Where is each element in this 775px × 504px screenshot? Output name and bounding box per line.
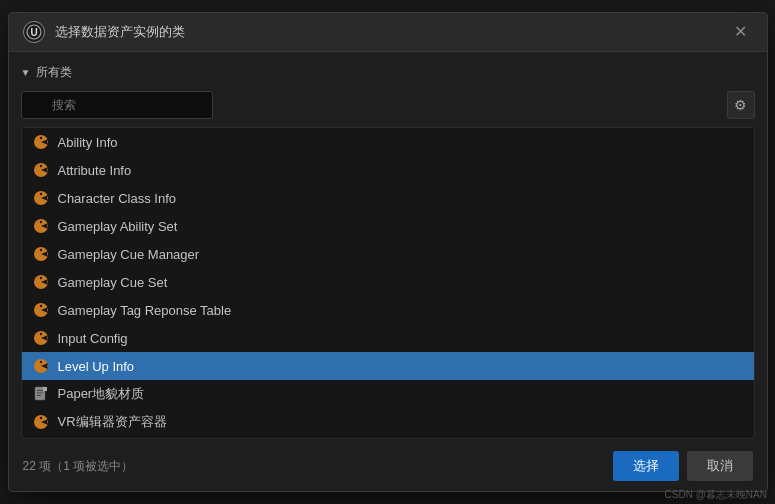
dialog-body: ▼ 所有类 🔍 ⚙ Ability Info Attribute Info [9,52,767,491]
data-asset-icon [32,217,50,235]
svg-rect-24 [43,387,47,391]
list-item[interactable]: Level Up Info [22,352,754,380]
select-button[interactable]: 选择 [613,451,679,481]
section-header: ▼ 所有类 [21,62,755,83]
data-asset-icon [32,301,50,319]
list-item-label: Attribute Info [58,163,132,178]
ue-logo-icon: U [23,21,45,43]
chevron-down-icon: ▼ [21,67,31,78]
list-item[interactable]: Gameplay Tag Reponse Table [22,296,754,324]
list-item[interactable]: Gameplay Cue Set [22,268,754,296]
data-asset-icon [32,329,50,347]
search-row: 🔍 ⚙ [21,91,755,119]
list-item[interactable]: Attribute Info [22,156,754,184]
select-class-dialog: U 选择数据资产实例的类 ✕ ▼ 所有类 🔍 ⚙ [8,12,768,492]
data-asset-icon [32,245,50,263]
status-bar: 22 项（1 项被选中） 选择 取消 [21,447,755,483]
cancel-button[interactable]: 取消 [687,451,753,481]
svg-point-26 [39,417,41,419]
search-wrapper: 🔍 [21,91,721,119]
list-item-label: Paper地貌材质 [58,385,145,403]
watermark: CSDN @暮志未晚NAN [665,488,767,502]
search-input[interactable] [21,91,213,119]
data-asset-icon [32,133,50,151]
list-item-label: Character Class Info [58,191,177,206]
data-asset-icon [32,413,50,431]
list-item-label: Gameplay Cue Set [58,275,168,290]
close-button[interactable]: ✕ [728,22,753,42]
list-item-label: Level Up Info [58,359,135,374]
list-item-label: Input Config [58,331,128,346]
svg-rect-22 [37,393,43,394]
data-asset-icon [32,357,50,375]
svg-point-11 [39,249,41,251]
svg-point-17 [39,333,41,335]
list-item[interactable]: Character Class Info [22,184,754,212]
list-item[interactable]: Gameplay Ability Set [22,212,754,240]
all-classes-label: 所有类 [36,64,72,81]
svg-rect-23 [37,395,41,396]
svg-point-19 [39,361,41,363]
svg-point-9 [39,221,41,223]
svg-point-15 [39,305,41,307]
class-list: Ability Info Attribute Info Character Cl… [21,127,755,439]
paper-icon [32,385,50,403]
list-item[interactable]: Gameplay Cue Manager [22,240,754,268]
svg-point-13 [39,277,41,279]
svg-point-3 [39,137,41,139]
svg-text:U: U [30,27,37,38]
settings-button[interactable]: ⚙ [727,91,755,119]
list-item-label: Ability Info [58,135,118,150]
status-text: 22 项（1 项被选中） [23,458,134,475]
list-item[interactable]: Input Config [22,324,754,352]
title-bar: U 选择数据资产实例的类 ✕ [9,13,767,52]
list-item-label: Gameplay Cue Manager [58,247,200,262]
svg-rect-21 [37,390,43,391]
list-item[interactable]: Ability Info [22,128,754,156]
button-row: 选择 取消 [613,451,753,481]
list-item[interactable]: VR编辑器资产容器 [22,408,754,436]
data-asset-icon [32,189,50,207]
list-item[interactable]: Paper地貌材质 [22,380,754,408]
svg-point-5 [39,165,41,167]
title-bar-left: U 选择数据资产实例的类 [23,21,185,43]
list-item-label: Gameplay Tag Reponse Table [58,303,232,318]
svg-point-7 [39,193,41,195]
dialog-title: 选择数据资产实例的类 [55,23,185,41]
list-item-label: VR编辑器资产容器 [58,413,167,431]
list-item-label: Gameplay Ability Set [58,219,178,234]
data-asset-icon [32,161,50,179]
data-asset-icon [32,273,50,291]
